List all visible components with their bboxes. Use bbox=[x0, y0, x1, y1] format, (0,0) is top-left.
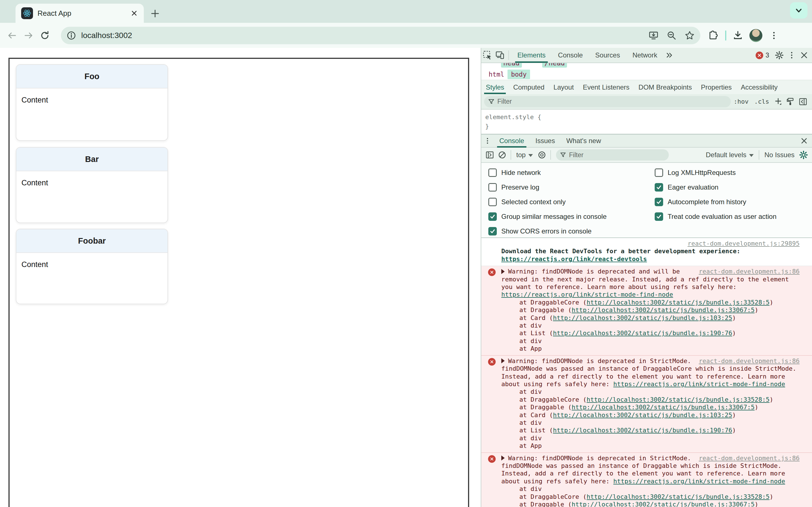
card-bar[interactable]: Bar Content bbox=[16, 147, 168, 223]
card-foo[interactable]: Foo Content bbox=[16, 64, 168, 141]
tab-event-listeners[interactable]: Event Listeners bbox=[578, 80, 634, 94]
bookmark-star-icon[interactable] bbox=[682, 28, 697, 43]
clear-console-icon[interactable] bbox=[496, 149, 508, 161]
device-toolbar-icon[interactable] bbox=[494, 49, 506, 61]
devtools-settings-icon[interactable] bbox=[773, 49, 785, 61]
breadcrumb-body[interactable]: body bbox=[507, 69, 530, 79]
message-source-link[interactable]: react-dom.development.js:86 bbox=[693, 268, 800, 275]
dom-node-head[interactable]: head bbox=[501, 63, 522, 68]
tab-styles[interactable]: Styles bbox=[481, 80, 509, 94]
tab-sources[interactable]: Sources bbox=[589, 48, 626, 63]
expand-triangle-icon[interactable] bbox=[501, 358, 505, 363]
tab-elements[interactable]: Elements bbox=[511, 48, 552, 63]
checkbox-selected-context[interactable] bbox=[488, 198, 497, 206]
address-bar[interactable]: localhost:3002 bbox=[61, 27, 700, 44]
checkbox-preserve-log[interactable] bbox=[488, 183, 497, 191]
more-tabs-icon[interactable] bbox=[663, 49, 676, 61]
new-tab-button[interactable] bbox=[148, 6, 162, 21]
stack-source-link[interactable]: http://localhost:3002/static/js/bundle.j… bbox=[571, 501, 755, 507]
checkbox-group-similar[interactable] bbox=[488, 212, 497, 221]
tab-computed[interactable]: Computed bbox=[509, 80, 549, 94]
inspect-element-icon[interactable] bbox=[481, 49, 494, 61]
drawer-menu-icon[interactable] bbox=[481, 135, 494, 147]
console-sidebar-icon[interactable] bbox=[484, 149, 496, 161]
drawer-close-icon[interactable] bbox=[798, 135, 810, 147]
console-warning-2[interactable]: Warning: findDOMNode is deprecated in St… bbox=[481, 356, 812, 453]
checkbox-hide-network[interactable] bbox=[488, 168, 497, 177]
stack-source-link[interactable]: http://localhost:3002/static/js/bundle.j… bbox=[571, 404, 755, 411]
strict-mode-link[interactable]: https://reactjs.org/link/strict-mode-fin… bbox=[501, 291, 673, 298]
profile-avatar[interactable] bbox=[748, 28, 763, 43]
styles-filter-input[interactable] bbox=[497, 98, 727, 105]
back-button[interactable] bbox=[4, 27, 20, 44]
react-devtools-link[interactable]: https://reactjs.org/link/react-devtools bbox=[501, 256, 647, 263]
error-badge[interactable]: 3 bbox=[756, 52, 773, 59]
console-info-message[interactable]: react-dom.development.js:29895 Download … bbox=[481, 238, 812, 266]
card-foobar[interactable]: Foobar Content bbox=[16, 229, 168, 304]
browser-tab-react-app[interactable]: React App bbox=[15, 4, 144, 23]
console-filter-input[interactable] bbox=[569, 151, 665, 159]
strict-mode-link[interactable]: https://reactjs.org/link/strict-mode-fin… bbox=[613, 478, 785, 485]
stack-source-link[interactable]: http://localhost:3002/static/js/bundle.j… bbox=[553, 411, 732, 418]
checkbox-autocomplete-history[interactable] bbox=[655, 198, 663, 206]
site-info-icon[interactable] bbox=[65, 29, 78, 42]
zoom-out-icon[interactable] bbox=[664, 28, 679, 43]
console-filter-field[interactable] bbox=[556, 149, 669, 161]
tab-dom-breakpoints[interactable]: DOM Breakpoints bbox=[634, 80, 696, 94]
stack-source-link[interactable]: http://localhost:3002/static/js/bundle.j… bbox=[587, 493, 769, 500]
console-settings-icon[interactable] bbox=[797, 149, 810, 161]
devtools-menu-icon[interactable] bbox=[785, 49, 798, 61]
stack-source-link[interactable]: http://localhost:3002/static/js/bundle.j… bbox=[571, 306, 755, 314]
element-style-block[interactable]: element.style { } bbox=[481, 110, 812, 134]
downloads-icon[interactable] bbox=[730, 28, 746, 43]
forward-button[interactable] bbox=[20, 27, 37, 44]
reload-button[interactable] bbox=[37, 27, 53, 44]
card-foo-title[interactable]: Foo bbox=[16, 65, 167, 89]
breadcrumb-html[interactable]: html bbox=[485, 69, 507, 79]
dom-node-head-close[interactable]: /head bbox=[542, 63, 567, 68]
message-source-link[interactable]: react-dom.development.js:86 bbox=[693, 454, 800, 462]
context-selector[interactable]: top bbox=[513, 151, 536, 159]
toggle-hov[interactable]: :hov bbox=[733, 98, 749, 105]
browser-menu-icon[interactable] bbox=[766, 28, 781, 43]
checkbox-eager-eval[interactable] bbox=[655, 183, 663, 191]
tab-network[interactable]: Network bbox=[626, 48, 663, 63]
toggle-cls[interactable]: .cls bbox=[754, 98, 769, 105]
window-chevron-button[interactable] bbox=[790, 2, 808, 18]
strict-mode-link[interactable]: https://reactjs.org/link/strict-mode-fin… bbox=[613, 381, 785, 388]
styles-filter-field[interactable] bbox=[484, 96, 731, 107]
expand-triangle-icon[interactable] bbox=[501, 269, 505, 274]
tab-properties[interactable]: Properties bbox=[696, 80, 736, 94]
toggle-sidebar-icon[interactable] bbox=[797, 96, 809, 108]
tab-console[interactable]: Console bbox=[552, 48, 589, 63]
console-warning-3[interactable]: Warning: findDOMNode is deprecated in St… bbox=[481, 453, 812, 507]
new-style-rule-icon[interactable] bbox=[772, 96, 784, 108]
stack-source-link[interactable]: http://localhost:3002/static/js/bundle.j… bbox=[587, 299, 769, 306]
devtools-close-icon[interactable] bbox=[798, 49, 810, 61]
stack-source-link[interactable]: http://localhost:3002/static/js/bundle.j… bbox=[587, 396, 769, 403]
tab-close-icon[interactable] bbox=[129, 8, 140, 19]
install-app-icon[interactable] bbox=[646, 28, 661, 43]
card-foobar-title[interactable]: Foobar bbox=[16, 229, 167, 253]
checkbox-user-action[interactable] bbox=[655, 212, 663, 221]
card-bar-title[interactable]: Bar bbox=[16, 148, 167, 171]
url-text[interactable]: localhost:3002 bbox=[81, 31, 646, 40]
drawer-tab-issues[interactable]: Issues bbox=[530, 134, 560, 148]
stack-source-link[interactable]: http://localhost:3002/static/js/bundle.j… bbox=[553, 330, 732, 337]
format-brush-icon[interactable] bbox=[784, 96, 797, 108]
message-source-link[interactable]: react-dom.development.js:86 bbox=[693, 357, 800, 365]
stack-source-link[interactable]: http://localhost:3002/static/js/bundle.j… bbox=[553, 314, 732, 321]
log-levels-dropdown[interactable]: Default levels bbox=[703, 151, 756, 159]
stack-source-link[interactable]: http://localhost:3002/static/js/bundle.j… bbox=[553, 427, 732, 434]
tab-accessibility[interactable]: Accessibility bbox=[736, 80, 782, 94]
console-warning-1[interactable]: Warning: findDOMNode is deprecated and w… bbox=[481, 266, 812, 355]
live-expression-icon[interactable] bbox=[536, 149, 548, 161]
checkbox-log-xhr[interactable] bbox=[655, 168, 663, 177]
checkbox-show-cors[interactable] bbox=[488, 227, 497, 235]
extensions-icon[interactable] bbox=[705, 28, 721, 43]
message-source-link[interactable]: react-dom.development.js:29895 bbox=[688, 240, 800, 247]
drawer-tab-whats-new[interactable]: What's new bbox=[560, 134, 606, 148]
tab-layout[interactable]: Layout bbox=[549, 80, 578, 94]
drawer-tab-console[interactable]: Console bbox=[494, 134, 530, 148]
expand-triangle-icon[interactable] bbox=[501, 455, 505, 460]
